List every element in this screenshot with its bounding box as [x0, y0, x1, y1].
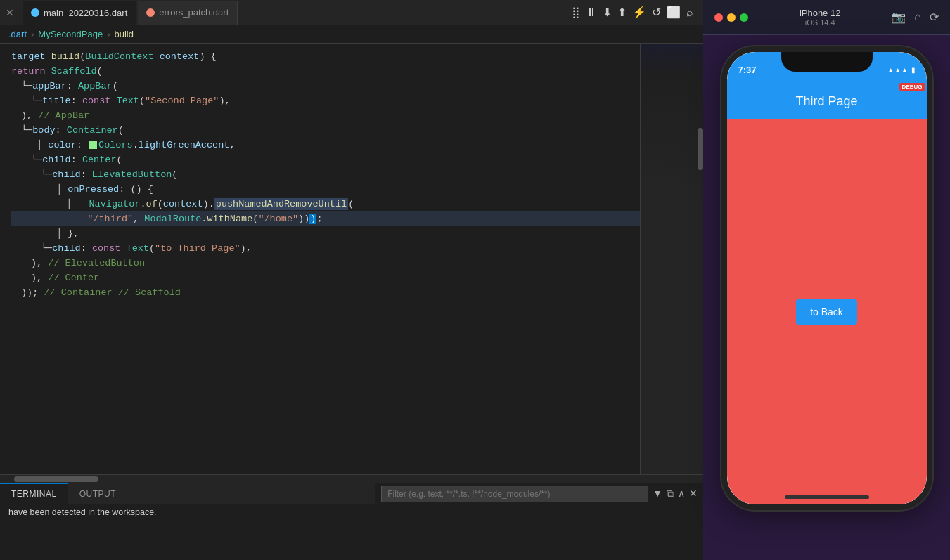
editor-area: ✕ main_20220316.dart errors_patch.dart ⣿…	[0, 0, 703, 560]
device-name: iPhone 12	[800, 8, 841, 18]
terminal-output: have been detected in the workspace.	[8, 507, 157, 517]
code-editor: target build(BuildContext context) { ret…	[0, 44, 703, 474]
code-line: target build(BuildContext context) {	[11, 49, 640, 64]
grid-icon[interactable]: ⣿	[572, 6, 580, 19]
breadcrumb: .dart › MySecondPage › build	[0, 25, 703, 44]
code-content[interactable]: target build(BuildContext context) { ret…	[0, 44, 640, 474]
home-icon[interactable]: ⌂	[914, 11, 921, 24]
search-button[interactable]: ⌕	[686, 6, 693, 19]
iphone-inner: DEBUG 7:37 ▲▲▲ ▮ Third Page to Back	[727, 52, 927, 504]
tab-main-dart[interactable]: main_20220316.dart	[23, 1, 136, 25]
code-line: └─child: Center(	[11, 152, 640, 167]
iphone-frame: DEBUG 7:37 ▲▲▲ ▮ Third Page to Back	[721, 46, 932, 510]
breadcrumb-file: .dart	[8, 29, 27, 39]
pause-button[interactable]: ⏸	[586, 6, 597, 19]
tl-green[interactable]	[740, 13, 748, 22]
restart-button[interactable]: ↺	[652, 6, 661, 19]
code-line: ), // Center	[11, 271, 640, 285]
code-line: ), // ElevatedButton	[11, 256, 640, 271]
code-line: │ Navigator.of(context).pushNamedAndRemo…	[11, 197, 640, 211]
wifi-icon: ▲▲▲	[887, 66, 909, 74]
traffic-lights	[714, 13, 748, 22]
output-tab[interactable]: OUTPUT	[68, 483, 127, 504]
minimap[interactable]	[640, 44, 703, 474]
device-actions: 📷 ⌂ ⟳	[892, 11, 939, 24]
app-bar: Third Page	[727, 83, 927, 119]
breadcrumb-method: build	[114, 29, 133, 39]
battery-icon: ▮	[911, 66, 916, 74]
code-line: │ },	[11, 226, 640, 241]
app-title: Third Page	[795, 94, 857, 109]
horizontal-scrollbar[interactable]	[0, 474, 703, 483]
device-name-area: iPhone 12 iOS 14.4	[800, 8, 841, 27]
screenshot-icon[interactable]: 📷	[892, 11, 906, 24]
status-icons: ▲▲▲ ▮	[887, 66, 916, 74]
bottom-panel: TERMINAL OUTPUT ▼ ⧉ ∧ ✕ have been detect…	[0, 483, 703, 560]
dart-file-icon	[31, 8, 39, 17]
hot-reload-button[interactable]: ⚡	[632, 6, 646, 19]
dart-file-icon-2	[146, 8, 155, 17]
code-line: "/third", ModalRoute.withName("/home")))…	[11, 211, 640, 226]
chevron-up-icon[interactable]: ∧	[678, 488, 685, 500]
split-view-icon[interactable]: ⧉	[667, 488, 674, 500]
rotate-icon[interactable]: ⟳	[930, 11, 939, 24]
code-line: └─title: const Text("Second Page"),	[11, 93, 640, 108]
minimap-canvas	[641, 44, 703, 198]
to-back-button[interactable]: to Back	[796, 299, 857, 325]
tl-red[interactable]	[714, 13, 723, 22]
close-panel-icon[interactable]: ✕	[689, 488, 698, 500]
code-line: │ onPressed: () {	[11, 182, 640, 197]
code-line: └─child: ElevatedButton(	[11, 167, 640, 182]
bottom-tabs: TERMINAL OUTPUT ▼ ⧉ ∧ ✕	[0, 483, 703, 504]
scrollbar-thumb[interactable]	[698, 128, 703, 170]
h-scrollbar-thumb[interactable]	[14, 476, 98, 482]
code-line: return Scaffold(	[11, 64, 640, 79]
debug-toolbar: ⣿ ⏸ ⬇ ⬆ ⚡ ↺ ⬜ ⌕	[565, 6, 700, 19]
terminal-tab[interactable]: TERMINAL	[0, 483, 68, 504]
iphone-notch	[781, 52, 873, 72]
filter-funnel-icon[interactable]: ▼	[653, 488, 662, 500]
close-editor-button[interactable]: ✕	[3, 6, 17, 20]
step-into-button[interactable]: ⬆	[617, 6, 627, 19]
tab-errors-dart[interactable]: errors_patch.dart	[138, 1, 238, 25]
breadcrumb-class: MySecondPage	[38, 29, 103, 39]
filter-input[interactable]	[381, 486, 648, 502]
device-os: iOS 14.4	[805, 18, 835, 27]
tab-bar: ✕ main_20220316.dart errors_patch.dart ⣿…	[0, 0, 703, 25]
code-line: └─body: Container(	[11, 123, 640, 138]
step-over-button[interactable]: ⬇	[603, 6, 612, 19]
stop-button[interactable]: ⬜	[667, 6, 681, 19]
filter-area: ▼ ⧉ ∧ ✕	[375, 483, 703, 505]
device-top-bar: iPhone 12 iOS 14.4 📷 ⌂ ⟳	[703, 0, 950, 35]
code-line: └─appBar: AppBar(	[11, 79, 640, 93]
tab-errors-dart-label: errors_patch.dart	[159, 7, 229, 18]
filter-icons: ▼ ⧉ ∧ ✕	[653, 488, 698, 500]
app-body: to Back	[727, 119, 927, 504]
bottom-content: have been detected in the workspace.	[0, 504, 703, 520]
code-line: ), // AppBar	[11, 108, 640, 123]
status-time: 7:37	[738, 65, 757, 75]
code-line: │ color: Colors.lightGreenAccent,	[11, 138, 640, 152]
home-indicator	[785, 495, 869, 499]
tl-yellow[interactable]	[727, 13, 736, 22]
device-preview: iPhone 12 iOS 14.4 📷 ⌂ ⟳ DEBUG 7:37 ▲▲▲ …	[703, 0, 950, 560]
tab-main-dart-label: main_20220316.dart	[44, 8, 127, 18]
code-line: └─child: const Text("to Third Page"),	[11, 241, 640, 256]
debug-badge: DEBUG	[899, 83, 925, 91]
code-line: )); // Container // Scaffold	[11, 285, 640, 300]
